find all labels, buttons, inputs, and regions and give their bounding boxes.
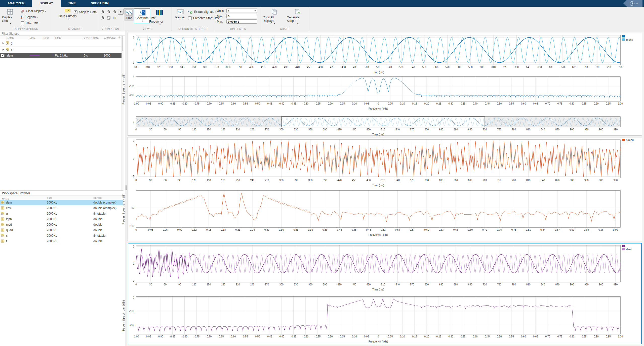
- display-2[interactable]: [128, 137, 642, 241]
- filter-col-info: INFO: [43, 36, 49, 39]
- workspace-row-g[interactable]: g2000×1timetable: [0, 211, 123, 216]
- variable-name: t: [6, 239, 7, 243]
- min-input[interactable]: [226, 14, 257, 18]
- filter-table-header: NAME LINE INFO TIME START TIME SAMPLES ⚙: [0, 36, 123, 40]
- snap-to-data-checkbox[interactable]: Snap to Data: [74, 10, 97, 14]
- zoom-out-icon[interactable]: [100, 15, 105, 21]
- snap-to-data-label: Snap to Data: [79, 10, 97, 14]
- workspace-table-header: NAME ▲ SIZE CLASS: [0, 196, 123, 200]
- time-frequency-view-button[interactable]: Time-Frequency ▾: [147, 8, 172, 27]
- filter-col-time: TIME: [55, 36, 61, 39]
- workspace-row-inph[interactable]: inph2000×1double: [0, 216, 123, 222]
- ribbon-section-measure: 2.5 Data Cursors ▾ Snap to Data MEASURE: [52, 7, 98, 31]
- expand-icon[interactable]: ▶: [3, 48, 4, 51]
- expand-icon[interactable]: ▶: [3, 42, 4, 44]
- ribbon-section-zoom-pan: x y ZOOM & PAN: [98, 7, 123, 31]
- extract-signals-button[interactable]: Extract Signals ▾: [188, 10, 216, 14]
- variable-size: 2000×1: [47, 206, 57, 210]
- variable-name: quad: [6, 228, 13, 232]
- workspace-row-quad[interactable]: quad2000×1double: [0, 227, 123, 233]
- generate-script-button[interactable]: Generate Script ▾: [287, 9, 308, 25]
- signal-line-swatch: [30, 53, 41, 58]
- display-3-selected[interactable]: [128, 243, 642, 344]
- app-tab-bar: ANALYZERDISPLAYTIMESPECTRUM ? ▾: [0, 0, 644, 7]
- filter-signals-input[interactable]: Filter Signals: [0, 31, 125, 36]
- copy-all-displays-button[interactable]: Copy All Displays ▾: [263, 9, 286, 25]
- workspace-row-mod[interactable]: mod2000×1double: [0, 222, 123, 227]
- timetable-icon: [1, 234, 5, 237]
- signal-name: g: [11, 41, 13, 45]
- variable-name: mod: [6, 223, 12, 226]
- preserve-start-time-checkbox-box[interactable]: [188, 16, 192, 20]
- matrix-icon: [1, 239, 5, 243]
- pan-icon[interactable]: [112, 15, 117, 21]
- generate-script-icon: [294, 9, 300, 16]
- variable-size: 2000×1: [47, 201, 57, 204]
- zoom-in-x-icon[interactable]: [100, 9, 105, 15]
- variable-class: double: [93, 217, 102, 221]
- timetable-icon: [6, 48, 9, 51]
- signal-row-g[interactable]: ▶ g: [0, 40, 123, 46]
- clear-display-caret-icon: ▾: [45, 10, 46, 12]
- signal-row-dem[interactable]: dem Fs: 2 kHz 0 s 2000: [0, 53, 123, 59]
- svg-text:y: y: [114, 11, 115, 13]
- variable-name: env: [6, 206, 11, 210]
- matrix-icon: [1, 201, 5, 204]
- filter-col-samples: SAMPLES: [104, 36, 116, 39]
- workspace-row-env[interactable]: env2000×1double (complex): [0, 205, 123, 211]
- copy-all-displays-icon: [271, 9, 277, 16]
- variable-size: 2000×1: [47, 228, 57, 232]
- display-1[interactable]: [128, 32, 642, 136]
- time-view-label: Time: [126, 16, 132, 20]
- workspace-row-t[interactable]: t2000×1double: [0, 238, 123, 244]
- legend-button[interactable]: Legend ▾: [21, 15, 38, 19]
- display-grid-icon: [7, 9, 13, 16]
- workspace-col-class[interactable]: CLASS: [93, 196, 102, 199]
- signal-start-time: 0 s: [84, 53, 88, 58]
- workspace-row-dem[interactable]: dem2000×1double (complex): [0, 200, 123, 205]
- measure-section-label: MEASURE: [52, 28, 98, 30]
- panner-button[interactable]: Panner: [174, 9, 187, 19]
- panel-splitter[interactable]: [125, 31, 127, 346]
- help-icon[interactable]: ?: [630, 1, 634, 6]
- display-grid-caret-icon: ▾: [10, 23, 11, 25]
- link-time-checkbox[interactable]: Link Time: [21, 21, 38, 25]
- spectrum-view-icon: [139, 10, 146, 16]
- data-cursors-label: Data Cursors: [59, 14, 77, 18]
- spectrum-view-label: Spectrum: [136, 16, 148, 20]
- tab-spectrum[interactable]: SPECTRUM: [83, 0, 116, 7]
- variable-size: 2000×1: [47, 234, 57, 237]
- zoom-y-icon[interactable]: y: [112, 9, 117, 15]
- workspace-row-s[interactable]: s2000×1timetable: [0, 233, 123, 238]
- display-grid-button[interactable]: Display Grid ▾: [2, 9, 18, 25]
- tab-time[interactable]: TIME: [61, 0, 83, 7]
- timetable-icon: [1, 212, 5, 215]
- variable-size: 2000×1: [47, 212, 57, 215]
- ribbon-section-views: Time Spectrum ▾ Time-Frequency ▾ VIEWS: [123, 7, 172, 31]
- timetable-icon: [6, 41, 9, 45]
- generate-script-caret-icon: ▾: [297, 23, 298, 25]
- signal-name: s: [11, 48, 12, 51]
- signal-table-scrollbar[interactable]: [122, 36, 124, 190]
- variable-class: double: [93, 223, 102, 226]
- svg-text:x: x: [108, 11, 109, 13]
- min-label: Min:: [217, 15, 226, 18]
- help-dropdown-icon[interactable]: ▾: [636, 2, 638, 5]
- tab-analyzer[interactable]: ANALYZER: [0, 0, 32, 7]
- fit-to-view-icon[interactable]: [106, 15, 111, 21]
- units-select[interactable]: s ▾: [226, 9, 257, 13]
- max-input[interactable]: [226, 19, 257, 24]
- snap-to-data-checkbox-box[interactable]: [74, 10, 77, 14]
- help-area: ? ▾: [623, 0, 642, 7]
- link-time-checkbox-box[interactable]: [21, 21, 24, 25]
- time-view-button[interactable]: Time: [124, 8, 134, 21]
- table-settings-gear-icon[interactable]: ⚙: [118, 36, 121, 39]
- legend-caret-icon: ▾: [37, 16, 38, 18]
- signal-checkbox[interactable]: [1, 54, 5, 57]
- tab-display[interactable]: DISPLAY: [32, 0, 61, 7]
- workspace-col-size[interactable]: SIZE: [47, 196, 53, 199]
- zoom-x-icon[interactable]: x: [106, 9, 111, 15]
- signal-row-s[interactable]: ▶ s: [0, 46, 123, 53]
- clear-display-button[interactable]: Clear Display ▾: [21, 9, 46, 13]
- matrix-icon: [1, 228, 5, 232]
